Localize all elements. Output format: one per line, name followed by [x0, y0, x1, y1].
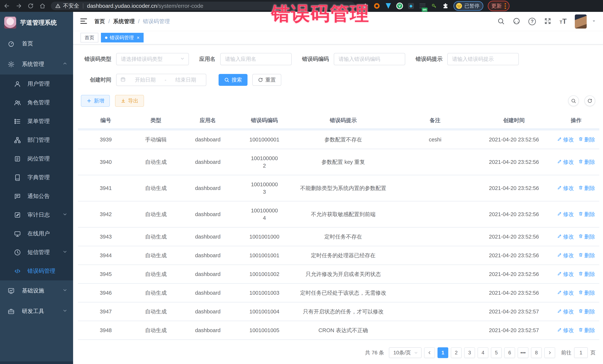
sidebar-item-10[interactable]: 在线用户 [0, 224, 73, 243]
prev-page-button[interactable] [424, 347, 435, 358]
search-button[interactable]: 搜索 [219, 74, 247, 86]
edit-link[interactable]: 修改 [557, 308, 574, 315]
extension-gem-icon[interactable] [385, 2, 392, 10]
error-type-select[interactable]: 请选择错误码类型 [116, 53, 189, 65]
browser-reload-icon[interactable] [27, 2, 34, 10]
error-code-input[interactable] [334, 53, 405, 65]
edit-link[interactable]: 修改 [557, 327, 574, 334]
browser-forward-icon[interactable] [15, 2, 22, 10]
header-search-icon[interactable] [497, 17, 505, 26]
tab-home[interactable]: 首页 [81, 33, 98, 43]
address-bar[interactable]: 不安全 dashboard.yudao.iocoder.cn/system/er… [51, 2, 355, 10]
goto-page-input[interactable] [574, 347, 588, 358]
add-button[interactable]: 新增 [81, 95, 110, 107]
delete-link[interactable]: 删除 [578, 136, 595, 143]
table-cell: ceshi [395, 129, 475, 149]
extension-paused-badge[interactable]: 已暂停 [453, 1, 483, 11]
user-avatar[interactable] [575, 14, 587, 29]
font-size-icon[interactable]: TT [560, 17, 567, 25]
more-pages-button[interactable]: ••• [518, 347, 528, 358]
edit-link[interactable]: 修改 [557, 252, 574, 259]
edit-link[interactable]: 修改 [557, 289, 574, 297]
next-page-button[interactable] [544, 347, 555, 358]
extension-orange-icon[interactable] [373, 2, 380, 10]
browser-menu-kebab-icon[interactable] [505, 3, 506, 9]
delete-link[interactable]: 删除 [578, 289, 595, 297]
delete-link[interactable]: 删除 [578, 270, 595, 278]
page-button-6[interactable]: 6 [504, 347, 515, 358]
sidebar-item-6[interactable]: 岗位管理 [0, 149, 73, 168]
sidebar-item-7[interactable]: 字典管理 [0, 168, 73, 187]
refresh-table-button[interactable] [584, 95, 595, 106]
page-button-2[interactable]: 2 [451, 347, 462, 358]
hamburger-icon[interactable] [80, 17, 88, 26]
reset-button[interactable]: 重置 [252, 74, 281, 86]
sidebar-item-5[interactable]: 部门管理 [0, 131, 73, 149]
breadcrumb-home[interactable]: 首页 [94, 18, 105, 25]
start-date-placeholder[interactable]: 开始日期 [129, 76, 162, 83]
sidebar-item-0[interactable]: 首页 [0, 33, 73, 54]
extension-switch-icon[interactable]: on [419, 2, 426, 10]
delete-link[interactable]: 删除 [578, 252, 595, 259]
error-hint-input[interactable] [448, 53, 518, 65]
github-icon[interactable] [513, 17, 520, 26]
edit-link[interactable]: 修改 [557, 184, 574, 192]
sidebar-item-1[interactable]: 系统管理 [0, 54, 73, 75]
page-button-3[interactable]: 3 [464, 347, 475, 358]
delete-link[interactable]: 删除 [578, 308, 595, 315]
page-button-1[interactable]: 1 [438, 347, 448, 358]
breadcrumb-system[interactable]: 系统管理 [113, 18, 135, 25]
browser-update-button[interactable]: 更新 [488, 1, 510, 11]
delete-link[interactable]: 删除 [578, 233, 595, 240]
dashboard-icon [7, 40, 15, 47]
delete-link[interactable]: 删除 [578, 184, 595, 192]
sidebar-item-label: 审计日志 [27, 211, 62, 219]
sidebar-collapse-bar[interactable] [0, 361, 73, 364]
tab-error-code[interactable]: 错误码管理 × [101, 33, 144, 43]
delete-link[interactable]: 删除 [578, 327, 595, 334]
app-name-input[interactable] [220, 53, 291, 65]
table-row: 3941自动生成dashboard1001000003不能删除类型为系统内置的参… [78, 175, 599, 201]
extension-grid-icon[interactable]: ◆ [407, 2, 415, 10]
page-button-5[interactable]: 5 [491, 347, 502, 358]
page-button-8[interactable]: 8 [531, 347, 542, 358]
sidebar-item-label: 基础设施 [22, 287, 62, 295]
page-button-4[interactable]: 4 [477, 347, 488, 358]
fullscreen-icon[interactable] [544, 17, 551, 26]
export-button[interactable]: 导出 [115, 95, 144, 107]
browser-home-icon[interactable] [39, 2, 46, 10]
extension-key-icon[interactable] [430, 2, 438, 10]
sidebar-item-4[interactable]: 菜单管理 [0, 112, 73, 131]
sidebar-item-11[interactable]: 短信管理 [0, 243, 73, 262]
sidebar-item-3[interactable]: 角色管理 [0, 93, 73, 112]
delete-link[interactable]: 删除 [578, 158, 595, 166]
extensions-puzzle-icon[interactable] [442, 2, 449, 10]
page-size-select[interactable]: 10条/页 [389, 347, 422, 358]
sidebar-item-2[interactable]: 用户管理 [0, 75, 73, 93]
sidebar-item-9[interactable]: 审计日志 [0, 206, 73, 224]
sidebar-item-12[interactable]: 错误码管理 [0, 262, 73, 280]
edit-link[interactable]: 修改 [557, 233, 574, 240]
edit-link[interactable]: 修改 [557, 136, 574, 143]
error-code-label: 错误码编码 [302, 55, 329, 63]
delete-link[interactable]: 删除 [578, 210, 595, 218]
sidebar-item-8[interactable]: 通知公告 [0, 187, 73, 206]
date-range-picker[interactable]: 开始日期 - 结束日期 [116, 74, 206, 86]
end-date-placeholder[interactable]: 结束日期 [169, 76, 202, 83]
edit-link[interactable]: 修改 [557, 158, 574, 166]
url-text[interactable]: dashboard.yudao.iocoder.cn/system/error-… [87, 3, 203, 9]
extension-v-icon[interactable]: V [396, 3, 403, 9]
bookmark-star-icon[interactable] [362, 2, 369, 10]
edit-link[interactable]: 修改 [557, 270, 574, 278]
sidebar-item-14[interactable]: 研发工具 [0, 301, 73, 321]
toggle-search-button[interactable] [568, 95, 579, 106]
app-logo-row[interactable]: 芋道管理系统 [0, 12, 73, 33]
avatar-caret-down-icon[interactable] [591, 19, 596, 24]
help-icon[interactable]: ? [528, 18, 536, 25]
insecure-warning-icon[interactable] [55, 3, 60, 9]
edit-link[interactable]: 修改 [557, 210, 574, 218]
sidebar-item-13[interactable]: 基础设施 [0, 280, 73, 301]
browser-back-icon[interactable] [3, 2, 10, 10]
tab-close-icon[interactable]: × [137, 35, 139, 41]
security-label[interactable]: 不安全 [63, 2, 79, 10]
